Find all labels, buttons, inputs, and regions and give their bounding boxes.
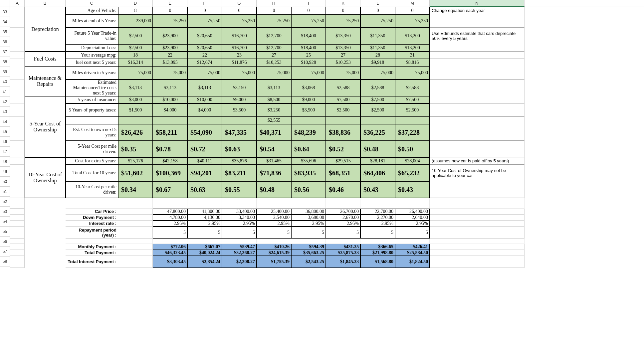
cell-H45[interactable]: $0.54 <box>257 141 291 157</box>
cell-K36[interactable]: $13,350 <box>326 44 360 52</box>
cell-H51[interactable]: 25,400.00 <box>257 209 291 215</box>
note-42[interactable] <box>430 103 525 117</box>
cell-D44[interactable]: $26,426 <box>118 124 153 141</box>
row-header-41[interactable]: 41 <box>0 87 10 97</box>
row-header-38[interactable]: 38 <box>0 57 10 67</box>
cell-D47[interactable]: $51,602 <box>118 165 153 181</box>
cell-F52[interactable]: 4,130.00 <box>187 215 222 221</box>
row-header-54[interactable]: 54 <box>0 217 10 227</box>
col-header-F[interactable]: F <box>187 0 222 7</box>
cell-L43[interactable] <box>360 117 395 124</box>
cell-L54[interactable]: 5 <box>360 227 395 239</box>
note-34[interactable] <box>430 14 525 28</box>
cell-I52[interactable]: 3,680.00 <box>291 215 326 221</box>
cell-K42[interactable]: $2,500 <box>326 103 360 117</box>
cell-F40[interactable]: $3,113 <box>187 80 222 96</box>
col-header-D[interactable]: D <box>118 0 153 7</box>
cell-G47[interactable]: $83,211 <box>222 165 257 181</box>
cell-I45[interactable]: $0.64 <box>291 141 326 157</box>
note-41[interactable] <box>430 96 525 103</box>
note-56[interactable] <box>430 244 525 250</box>
cell-E52[interactable]: 4,780.00 <box>153 215 187 221</box>
cell-I33[interactable]: 0 <box>291 7 326 14</box>
cell-K35[interactable]: $13,350 <box>326 28 360 44</box>
cell-F44[interactable]: $54,090 <box>187 124 222 141</box>
cell-K51[interactable]: 26,700.00 <box>326 209 360 215</box>
cell-F57[interactable]: $40,024.24 <box>187 250 222 256</box>
cell-G58[interactable]: $2,308.27 <box>222 256 257 268</box>
cell-G39[interactable]: 75,000 <box>222 66 257 80</box>
row-header-49[interactable]: 49 <box>0 167 10 177</box>
cell-E47[interactable]: $100,369 <box>153 165 187 181</box>
cell-E41[interactable]: $10,000 <box>153 96 187 103</box>
cell-D35[interactable]: $2,500 <box>118 28 153 44</box>
spreadsheet[interactable]: A B C D E F G H I K L M N 33343536373839… <box>0 0 644 268</box>
cell-D33[interactable]: 8 <box>118 7 153 14</box>
cell-F33[interactable]: 0 <box>187 7 222 14</box>
cell-L46[interactable]: $28,181 <box>360 157 395 165</box>
cell-K43[interactable] <box>326 117 360 124</box>
note-46[interactable]: (assumes new car is paid off by 5 years) <box>430 157 525 165</box>
row-header-34[interactable]: 34 <box>0 17 10 27</box>
cell-E51[interactable]: 47,800.00 <box>153 209 187 215</box>
cell-K45[interactable]: $0.52 <box>326 141 360 157</box>
cell-G38[interactable]: $11,876 <box>222 59 257 66</box>
cell-G34[interactable]: 75,250 <box>222 14 257 28</box>
cell-E33[interactable]: 0 <box>153 7 187 14</box>
cell-H42[interactable]: $3,250 <box>257 103 291 117</box>
cell-F51[interactable]: 41,300.00 <box>187 209 222 215</box>
cell-K47[interactable]: $68,351 <box>326 165 360 181</box>
cell-F37[interactable]: 22 <box>187 52 222 59</box>
cell-G33[interactable]: 0 <box>222 7 257 14</box>
cell-F54[interactable]: 5 <box>187 227 222 239</box>
cell-M57[interactable]: $25,584.50 <box>395 250 430 256</box>
cell-E43[interactable] <box>153 117 187 124</box>
cell-D37[interactable]: 18 <box>118 52 153 59</box>
cell-M37[interactable]: 31 <box>395 52 430 59</box>
row-header-45[interactable]: 45 <box>0 127 10 137</box>
cell-I44[interactable]: $48,239 <box>291 124 326 141</box>
cell-I56[interactable]: $594.39 <box>291 244 326 250</box>
note-57[interactable] <box>430 250 525 256</box>
cell-H46[interactable]: $31,465 <box>257 157 291 165</box>
cell-F42[interactable]: $4,000 <box>187 103 222 117</box>
note-45[interactable] <box>430 141 525 157</box>
cell-F58[interactable]: $2,854.24 <box>187 256 222 268</box>
cell-I46[interactable]: $35,696 <box>291 157 326 165</box>
cell-M47[interactable]: $65,232 <box>395 165 430 181</box>
cell-K38[interactable]: $10,253 <box>326 59 360 66</box>
cell-G45[interactable]: $0.63 <box>222 141 257 157</box>
cell-H40[interactable]: $3,113 <box>257 80 291 96</box>
note-54[interactable] <box>430 227 525 239</box>
note-48[interactable] <box>430 181 525 198</box>
cell-L58[interactable]: $1,568.80 <box>360 256 395 268</box>
cell-H47[interactable]: $71,836 <box>257 165 291 181</box>
cell-H34[interactable]: 75,250 <box>257 14 291 28</box>
cell-L53[interactable]: 2.95% <box>360 221 395 227</box>
col-header-A[interactable]: A <box>10 0 25 7</box>
cell-F36[interactable]: $20,650 <box>187 44 222 52</box>
cell-I40[interactable]: $3,068 <box>291 80 326 96</box>
cell-D46[interactable]: $25,176 <box>118 157 153 165</box>
cell-L36[interactable]: $11,350 <box>360 44 395 52</box>
cell-L52[interactable]: 2,270.00 <box>360 215 395 221</box>
col-header-N[interactable]: N <box>430 0 525 7</box>
row-header-37[interactable]: 37 <box>0 47 10 57</box>
cell-K57[interactable]: $25,875.23 <box>326 250 360 256</box>
cell-F41[interactable]: $10,000 <box>187 96 222 103</box>
cell-K44[interactable]: $38,836 <box>326 124 360 141</box>
cell-D51[interactable] <box>118 209 153 215</box>
cell-E40[interactable]: $3,113 <box>153 80 187 96</box>
cell-F34[interactable]: 75,250 <box>187 14 222 28</box>
cell-M58[interactable]: $1,824.50 <box>395 256 430 268</box>
cell-G41[interactable]: $9,000 <box>222 96 257 103</box>
cell-E34[interactable]: 75,250 <box>153 14 187 28</box>
cell-M36[interactable]: $13,200 <box>395 44 430 52</box>
note-35[interactable]: Use Edmunds estimate that cars depreciat… <box>430 28 525 44</box>
cell-L42[interactable]: $2,500 <box>360 103 395 117</box>
cell-D39[interactable]: 75,000 <box>118 66 153 80</box>
cell-I43[interactable] <box>291 117 326 124</box>
row-header-52[interactable]: 52 <box>0 197 10 207</box>
cell-E42[interactable]: $4,000 <box>153 103 187 117</box>
note-47[interactable]: 10-Year Cost of Ownership may not be app… <box>430 165 525 181</box>
